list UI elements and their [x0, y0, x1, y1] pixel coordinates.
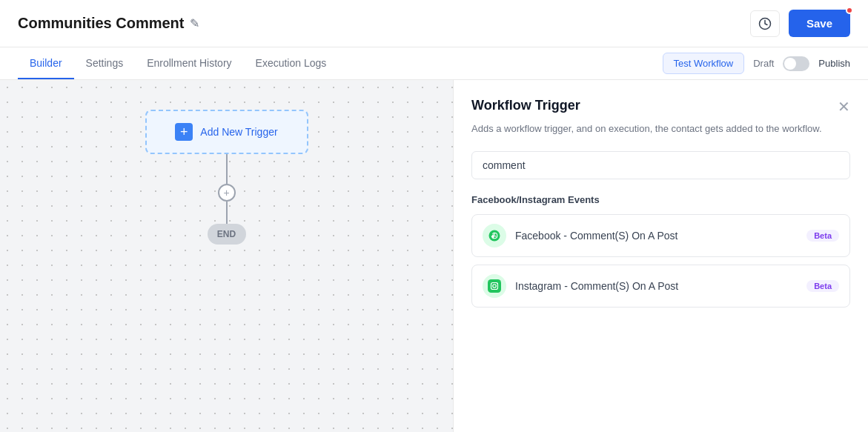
tab-execution-logs[interactable]: Execution Logs: [244, 48, 339, 79]
tab-settings[interactable]: Settings: [74, 48, 136, 79]
test-workflow-button[interactable]: Test Workflow: [663, 53, 745, 74]
panel-title: Workflow Trigger: [471, 98, 580, 113]
panel-description: Adds a workflow trigger, and on executio…: [471, 122, 850, 136]
connector-line-2: [226, 202, 228, 224]
connector-line-1: [226, 154, 228, 184]
trigger-plus-icon: +: [175, 123, 193, 141]
list-item[interactable]: Facebook - Comment(S) On A Post Beta: [471, 214, 850, 257]
notification-dot: [846, 7, 853, 14]
tab-builder[interactable]: Builder: [18, 48, 74, 79]
add-step-button[interactable]: +: [218, 184, 236, 202]
close-panel-button[interactable]: ✕: [838, 98, 850, 116]
tabs-bar: Builder Settings Enrollment History Exec…: [0, 47, 868, 80]
list-item[interactable]: Instagram - Comment(S) On A Post Beta: [471, 265, 850, 308]
event-name: Facebook - Comment(S) On A Post: [515, 230, 798, 242]
facebook-icon: [483, 224, 506, 247]
event-name: Instagram - Comment(S) On A Post: [515, 280, 798, 292]
svg-rect-2: [488, 279, 501, 293]
instagram-icon: [483, 274, 506, 298]
main-area: + Add New Trigger + END Workflow Trigger…: [0, 80, 868, 432]
workflow-canvas: + Add New Trigger + END: [0, 80, 453, 432]
search-input[interactable]: [471, 151, 850, 179]
page-title: Communities Comment: [18, 15, 184, 32]
beta-badge: Beta: [806, 280, 839, 292]
history-button[interactable]: [750, 10, 780, 37]
draft-label: Draft: [753, 58, 774, 69]
tabs-left: Builder Settings Enrollment History Exec…: [18, 48, 338, 79]
trigger-panel: Workflow Trigger ✕ Adds a workflow trigg…: [453, 80, 868, 432]
tabs-right: Test Workflow Draft Publish: [663, 53, 850, 74]
tab-enrollment-history[interactable]: Enrollment History: [135, 48, 243, 79]
section-title: Facebook/Instagram Events: [471, 194, 850, 205]
panel-header: Workflow Trigger ✕: [471, 98, 850, 116]
add-trigger-box[interactable]: + Add New Trigger: [145, 110, 308, 154]
draft-toggle[interactable]: [783, 56, 809, 71]
beta-badge: Beta: [806, 230, 839, 242]
publish-label: Publish: [818, 58, 850, 69]
end-node: END: [208, 224, 246, 245]
header-left: Communities Comment ✎: [18, 15, 199, 32]
edit-icon[interactable]: ✎: [190, 16, 199, 30]
svg-point-5: [497, 282, 498, 284]
toggle-knob: [784, 58, 796, 70]
header: Communities Comment ✎ Save: [0, 0, 868, 47]
trigger-label: Add New Trigger: [200, 126, 277, 138]
header-right: Save: [750, 10, 850, 37]
save-button[interactable]: Save: [789, 10, 850, 37]
